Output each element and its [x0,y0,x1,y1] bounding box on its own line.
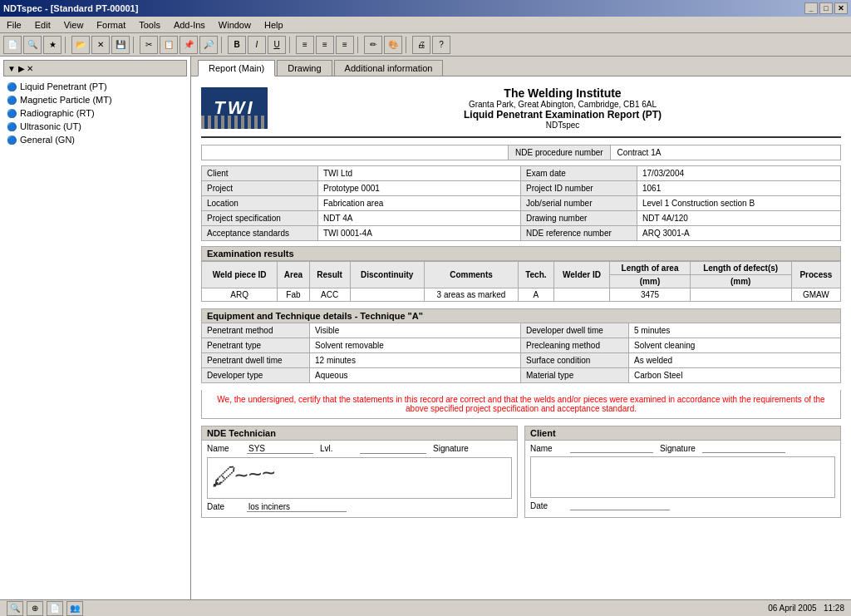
sidebar-label-rt: Radiographic (RT) [20,108,95,118]
toolbar-color[interactable]: 🎨 [384,36,402,54]
status-icon-cursor[interactable]: ⊕ [27,601,43,616]
title-bar: NDTspec - [Standard PT-00001] _ □ ✕ [0,0,851,17]
penetrant-dwell-label: Penetrant dwell time [202,353,310,367]
toolbar-paste[interactable]: 📌 [180,36,198,54]
toolbar-underline[interactable]: U [268,36,286,54]
toolbar-copy[interactable]: 📋 [160,36,178,54]
toolbar-bold[interactable]: B [228,36,246,54]
toolbar-search[interactable]: 🔍 [23,36,42,54]
th-area: Area [278,262,310,288]
toolbar-save[interactable]: 💾 [111,36,130,54]
field-drawing-num: Drawing number NDT 4A/120 [521,211,840,226]
sidebar-controls[interactable]: ▼ ▶ ✕ [7,64,33,73]
menu-edit[interactable]: Edit [32,18,54,32]
tab-additional-info[interactable]: Additional information [334,60,444,76]
nde-date-value: los inciners [247,502,347,512]
sidebar-item-mp[interactable]: 🔵 Magnetic Particle (MT) [3,93,187,106]
status-icons: 🔍 ⊕ 📄 👥 [7,601,83,616]
toolbar-cut[interactable]: ✂ [140,36,158,54]
toolbar-search2[interactable]: 🔎 [199,36,218,54]
tabs: Report (Main) Drawing Additional informa… [191,57,851,76]
status-icon-zoom[interactable]: 🔍 [7,601,23,616]
tree-icon-lp: 🔵 [7,82,17,91]
toolbar-print[interactable]: 🖨 [412,36,430,54]
equip-row-3-right: Surface condition As welded [521,353,840,368]
drawing-num-label: Drawing number [521,211,637,225]
sidebar-item-ut[interactable]: 🔵 Ultrasonic (UT) [3,120,187,133]
toolbar-new[interactable]: 📄 [3,36,22,54]
job-serial-value: Level 1 Construction section B [637,196,840,210]
toolbar-close-doc[interactable]: ✕ [91,36,110,54]
nde-ref-value: ARQ 3001-A [637,226,840,240]
client-date-row: Date [530,501,835,510]
toolbar-help[interactable]: ? [432,36,450,54]
surface-condition-value: As welded [629,353,840,367]
sidebar-label-ut: Ultrasonic (UT) [20,121,81,131]
project-label: Project [202,181,318,195]
equipment-section: Equipment and Technique details - Techni… [201,308,841,383]
exam-date-label: Exam date [521,166,637,180]
nde-tech-section: NDE Technician Name SYS Lvl. Signature 🖊… [201,426,518,518]
status-icon-users[interactable]: 👥 [66,601,83,616]
menu-view[interactable]: View [61,18,87,32]
cell-welder-id [553,288,610,302]
field-nde-ref: NDE reference number ARQ 3001-A [521,226,840,240]
tab-report-main[interactable]: Report (Main) [198,60,275,76]
menu-window[interactable]: Window [215,18,254,32]
tab-drawing[interactable]: Drawing [277,60,332,76]
menu-format[interactable]: Format [93,18,129,32]
main-layout: ▼ ▶ ✕ 🔵 Liquid Penetrant (PT) 🔵 Magnetic… [0,57,851,599]
menu-help[interactable]: Help [261,18,287,32]
client-date-label: Date [530,501,563,510]
toolbar-pen[interactable]: ✏ [364,36,382,54]
th-weld-id: Weld piece ID [202,262,278,288]
th-length-defect: Length of defect(s) [690,262,791,275]
toolbar-italic[interactable]: I [248,36,266,54]
exam-results-header: Examination results [201,246,841,261]
developer-type-value: Aqueous [310,368,520,382]
status-icon-doc[interactable]: 📄 [47,601,63,616]
field-client: Client TWI Ltd [202,166,520,181]
toolbar-star[interactable]: ★ [43,36,61,54]
toolbar-align-left[interactable]: ≡ [296,36,314,54]
toolbar-align-right[interactable]: ≡ [336,36,354,54]
field-project: Project Prototype 0001 [202,181,520,196]
toolbar-sep3 [221,37,224,53]
menu-tools[interactable]: Tools [135,18,164,32]
form-right: Exam date 17/03/2004 Project ID number 1… [521,166,840,240]
menu-addins[interactable]: Add-Ins [170,18,209,32]
developer-type-label: Developer type [202,368,310,382]
nde-procedure-row: NDE procedure number Contract 1A [201,145,841,160]
project-id-value: 1061 [637,181,840,195]
nde-sig-label: Signature [433,444,469,454]
form-left: Client TWI Ltd Project Prototype 0001 Lo… [202,166,521,240]
restore-button[interactable]: □ [819,2,833,14]
equipment-title: Equipment and Technique details - Techni… [207,311,423,321]
penetrant-type-label: Penetrant type [202,338,310,352]
status-bar: 🔍 ⊕ 📄 👥 06 April 2005 11:28 [0,599,851,616]
nde-procedure-value: Contract 1A [611,145,840,160]
equip-row-2-right: Precleaning method Solvent cleaning [521,338,840,353]
client-date-value [570,501,670,510]
acceptance-value: TWI 0001-4A [318,226,520,240]
cell-process: GMAW [791,288,840,302]
sidebar-label-gn: General (GN) [20,135,75,145]
th-mm2: (mm) [690,275,791,288]
field-location: Location Fabrication area [202,196,520,211]
minimize-button[interactable]: _ [804,2,818,14]
toolbar-align-center[interactable]: ≡ [316,36,334,54]
toolbar-open[interactable]: 📂 [71,36,90,54]
nde-tech-inner: Name SYS Lvl. Signature 🖊~~~ Date los in… [202,441,517,517]
close-button[interactable]: ✕ [834,2,848,14]
toolbar-sep1 [65,37,68,53]
nde-spacer [202,145,508,160]
nde-date-label: Date [207,502,240,512]
client-label: Client [202,166,318,180]
twi-logo-text: TWI [214,97,254,119]
sidebar-item-rt[interactable]: 🔵 Radiographic (RT) [3,106,187,120]
menu-file[interactable]: File [3,18,25,32]
th-result: Result [309,262,350,288]
developer-dwell-label: Developer dwell time [521,323,629,338]
sidebar-item-lp[interactable]: 🔵 Liquid Penetrant (PT) [3,80,187,93]
sidebar-item-gn[interactable]: 🔵 General (GN) [3,133,187,146]
